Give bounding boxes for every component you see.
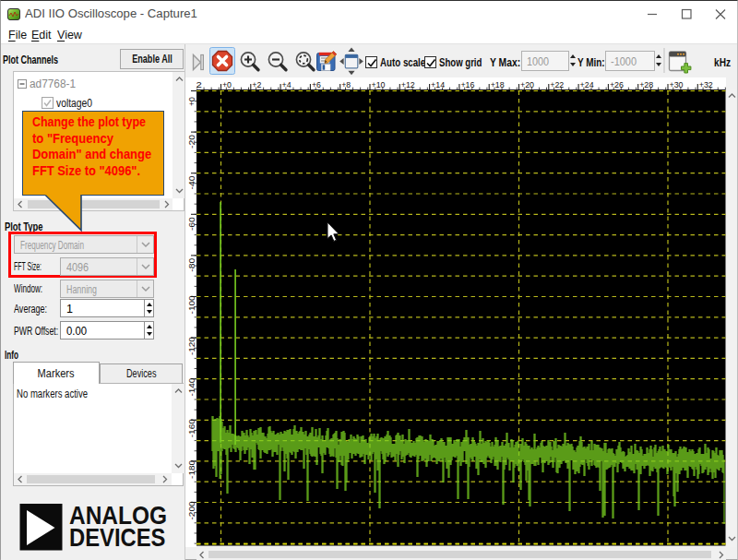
svg-text:+28: +28 (639, 79, 653, 89)
svg-text:-80: -80 (186, 258, 196, 272)
svg-text:+26: +26 (610, 79, 624, 89)
svg-text:-100: -100 (186, 295, 196, 314)
svg-text:-140: -140 (186, 378, 196, 397)
svg-text:+10: +10 (372, 79, 386, 89)
svg-text:-180: -180 (186, 460, 196, 479)
svg-text:+32: +32 (699, 79, 713, 89)
svg-text:+14: +14 (431, 79, 445, 89)
svg-text:+4: +4 (282, 79, 292, 89)
svg-text:+20: +20 (520, 79, 534, 89)
svg-text:+8: +8 (341, 79, 351, 89)
svg-text:-120: -120 (186, 337, 196, 355)
svg-text:+24: +24 (580, 79, 594, 89)
svg-text:+2: +2 (252, 79, 261, 89)
svg-text:-40: -40 (186, 176, 196, 190)
svg-text:-60: -60 (186, 217, 196, 231)
svg-text:+6: +6 (312, 79, 321, 89)
svg-text:-160: -160 (186, 419, 196, 437)
svg-text:+22: +22 (550, 79, 564, 89)
svg-text:+0: +0 (186, 97, 196, 106)
svg-text:+12: +12 (401, 79, 415, 89)
svg-text:+18: +18 (491, 79, 505, 89)
svg-text:-200: -200 (186, 502, 196, 520)
svg-text:+30: +30 (670, 79, 684, 89)
svg-text:+16: +16 (460, 79, 474, 89)
svg-text:-20: -20 (186, 135, 196, 149)
svg-text:+0: +0 (222, 79, 232, 89)
